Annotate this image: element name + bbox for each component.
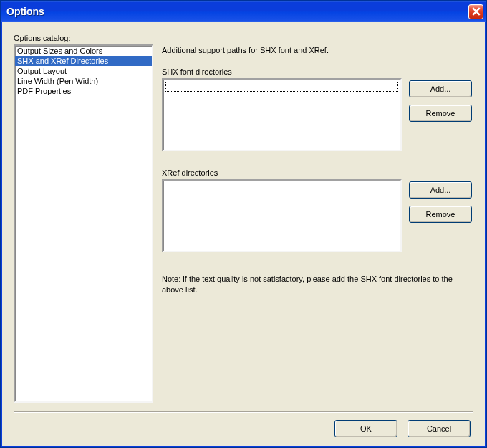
catalog-item-output-layout[interactable]: Output Layout (15, 66, 152, 76)
panel-description: Additional support paths for SHX font an… (162, 46, 473, 54)
close-icon (472, 7, 481, 16)
panel-column: Additional support paths for SHX font an… (162, 34, 473, 403)
shx-section-label: SHX font directories (162, 67, 473, 76)
content-row: Options catalog: Output Sizes and Colors… (14, 34, 473, 403)
shx-list-focus (165, 82, 398, 92)
options-catalog-list[interactable]: Output Sizes and Colors SHX and XRef Dir… (14, 44, 153, 403)
catalog-label: Options catalog: (14, 34, 153, 42)
panel-note: Note: if the text quality is not satisfa… (162, 274, 473, 296)
catalog-item-output-sizes[interactable]: Output Sizes and Colors (15, 46, 152, 56)
shx-directories-list[interactable] (162, 78, 402, 151)
separator (14, 411, 473, 413)
xref-section-label: XRef directories (162, 168, 473, 177)
xref-remove-button[interactable]: Remove (409, 206, 472, 223)
shx-buttons: Add... Remove (409, 78, 472, 122)
titlebar: Options (1, 1, 486, 22)
window-title: Options (6, 6, 468, 17)
xref-add-button[interactable]: Add... (409, 181, 472, 199)
client-area: Options catalog: Output Sizes and Colors… (1, 22, 486, 447)
xref-section: Add... Remove (162, 179, 473, 252)
catalog-column: Options catalog: Output Sizes and Colors… (14, 34, 153, 403)
catalog-item-shx-xref[interactable]: SHX and XRef Directories (15, 56, 152, 66)
xref-buttons: Add... Remove (409, 179, 472, 223)
close-button[interactable] (468, 4, 483, 19)
shx-section: Add... Remove (162, 78, 473, 151)
dialog-footer: OK Cancel (14, 420, 473, 437)
ok-button[interactable]: OK (334, 420, 397, 437)
xref-directories-list[interactable] (162, 179, 402, 252)
cancel-button[interactable]: Cancel (408, 420, 471, 437)
options-dialog: Options Options catalog: Output Sizes an… (0, 0, 487, 448)
catalog-item-line-width[interactable]: Line Width (Pen Width) (15, 76, 152, 86)
shx-add-button[interactable]: Add... (409, 80, 472, 97)
catalog-item-pdf-properties[interactable]: PDF Properties (15, 86, 152, 96)
shx-remove-button[interactable]: Remove (409, 105, 472, 122)
